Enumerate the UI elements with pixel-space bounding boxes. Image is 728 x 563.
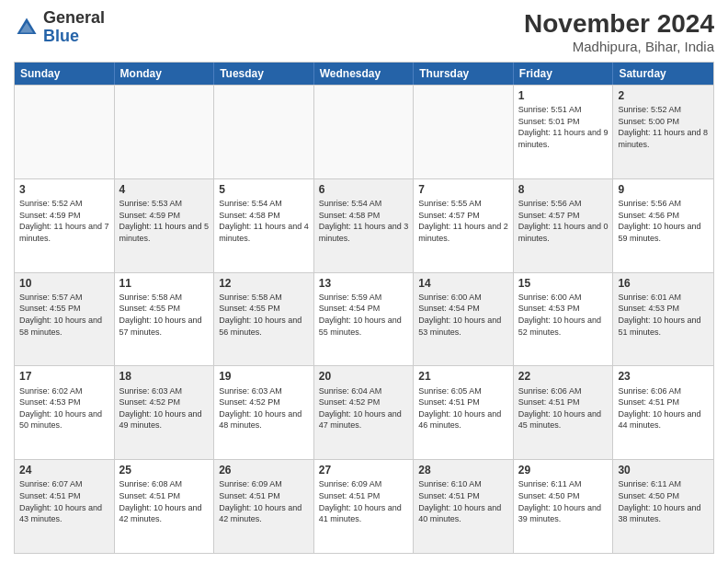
calendar-cell: [314, 86, 415, 178]
cell-date: 10: [19, 276, 109, 291]
col-header-sunday: Sunday: [15, 63, 115, 85]
cell-date: 22: [518, 369, 609, 384]
cell-date: 4: [119, 182, 210, 197]
cell-date: 28: [418, 463, 508, 477]
calendar-body: 1Sunrise: 5:51 AM Sunset: 5:01 PM Daylig…: [15, 85, 713, 553]
page-title: November 2024: [524, 9, 714, 39]
cell-date: 29: [518, 463, 609, 477]
cell-info: Sunrise: 5:57 AM Sunset: 4:55 PM Dayligh…: [19, 292, 109, 338]
cell-info: Sunrise: 6:06 AM Sunset: 4:51 PM Dayligh…: [518, 385, 609, 431]
calendar-cell: 12Sunrise: 5:58 AM Sunset: 4:55 PM Dayli…: [214, 273, 314, 366]
cell-date: 16: [618, 276, 709, 291]
cell-date: 21: [418, 369, 508, 384]
cell-date: 8: [518, 182, 609, 197]
calendar-row-4: 24Sunrise: 6:07 AM Sunset: 4:51 PM Dayli…: [15, 459, 713, 553]
col-header-saturday: Saturday: [613, 63, 713, 85]
header: General Blue November 2024 Madhipura, Bi…: [14, 9, 714, 54]
calendar-cell: 6Sunrise: 5:54 AM Sunset: 4:58 PM Daylig…: [314, 179, 415, 272]
calendar-cell: 21Sunrise: 6:05 AM Sunset: 4:51 PM Dayli…: [414, 366, 514, 459]
calendar-cell: 8Sunrise: 5:56 AM Sunset: 4:57 PM Daylig…: [514, 179, 614, 272]
cell-date: 19: [219, 369, 309, 384]
cell-date: 13: [319, 276, 409, 291]
col-header-friday: Friday: [514, 63, 614, 85]
logo-blue: Blue: [43, 27, 79, 45]
cell-info: Sunrise: 5:54 AM Sunset: 4:58 PM Dayligh…: [219, 198, 309, 244]
logo-text: General Blue: [43, 9, 105, 46]
cell-info: Sunrise: 6:00 AM Sunset: 4:54 PM Dayligh…: [418, 292, 508, 338]
calendar-cell: [414, 86, 514, 178]
calendar-cell: 22Sunrise: 6:06 AM Sunset: 4:51 PM Dayli…: [514, 366, 614, 459]
calendar-cell: [214, 86, 314, 178]
calendar-cell: 11Sunrise: 5:58 AM Sunset: 4:55 PM Dayli…: [115, 273, 215, 366]
calendar-cell: 15Sunrise: 6:00 AM Sunset: 4:53 PM Dayli…: [514, 273, 614, 366]
cell-date: 30: [618, 463, 709, 477]
calendar-cell: 27Sunrise: 6:09 AM Sunset: 4:51 PM Dayli…: [314, 460, 415, 553]
page: General Blue November 2024 Madhipura, Bi…: [0, 0, 728, 563]
cell-info: Sunrise: 6:09 AM Sunset: 4:51 PM Dayligh…: [319, 478, 409, 524]
cell-info: Sunrise: 6:07 AM Sunset: 4:51 PM Dayligh…: [19, 478, 109, 524]
calendar: SundayMondayTuesdayWednesdayThursdayFrid…: [14, 62, 714, 554]
calendar-cell: 26Sunrise: 6:09 AM Sunset: 4:51 PM Dayli…: [214, 460, 314, 553]
cell-date: 6: [319, 182, 409, 197]
calendar-cell: 30Sunrise: 6:11 AM Sunset: 4:50 PM Dayli…: [613, 460, 713, 553]
calendar-cell: [15, 86, 115, 178]
calendar-cell: 25Sunrise: 6:08 AM Sunset: 4:51 PM Dayli…: [115, 460, 215, 553]
cell-date: 15: [518, 276, 609, 291]
calendar-cell: 23Sunrise: 6:06 AM Sunset: 4:51 PM Dayli…: [613, 366, 713, 459]
col-header-wednesday: Wednesday: [314, 63, 415, 85]
cell-date: 27: [319, 463, 409, 477]
cell-date: 24: [19, 463, 109, 477]
calendar-cell: 10Sunrise: 5:57 AM Sunset: 4:55 PM Dayli…: [15, 273, 115, 366]
cell-info: Sunrise: 5:52 AM Sunset: 5:00 PM Dayligh…: [618, 104, 709, 150]
cell-info: Sunrise: 6:10 AM Sunset: 4:51 PM Dayligh…: [418, 478, 508, 524]
calendar-cell: 14Sunrise: 6:00 AM Sunset: 4:54 PM Dayli…: [414, 273, 514, 366]
logo: General Blue: [14, 9, 105, 46]
cell-info: Sunrise: 6:11 AM Sunset: 4:50 PM Dayligh…: [618, 478, 709, 524]
cell-info: Sunrise: 6:11 AM Sunset: 4:50 PM Dayligh…: [518, 478, 609, 524]
cell-date: 5: [219, 182, 309, 197]
cell-info: Sunrise: 6:05 AM Sunset: 4:51 PM Dayligh…: [418, 385, 508, 431]
cell-date: 23: [618, 369, 709, 384]
col-header-tuesday: Tuesday: [214, 63, 314, 85]
calendar-cell: 19Sunrise: 6:03 AM Sunset: 4:52 PM Dayli…: [214, 366, 314, 459]
calendar-cell: 2Sunrise: 5:52 AM Sunset: 5:00 PM Daylig…: [613, 86, 713, 178]
cell-date: 18: [119, 369, 210, 384]
calendar-cell: 16Sunrise: 6:01 AM Sunset: 4:53 PM Dayli…: [613, 273, 713, 366]
calendar-header: SundayMondayTuesdayWednesdayThursdayFrid…: [15, 63, 713, 85]
cell-info: Sunrise: 5:54 AM Sunset: 4:58 PM Dayligh…: [319, 198, 409, 244]
cell-info: Sunrise: 5:56 AM Sunset: 4:56 PM Dayligh…: [618, 198, 709, 244]
calendar-cell: 28Sunrise: 6:10 AM Sunset: 4:51 PM Dayli…: [414, 460, 514, 553]
cell-info: Sunrise: 6:09 AM Sunset: 4:51 PM Dayligh…: [219, 478, 309, 524]
cell-date: 3: [19, 182, 109, 197]
cell-info: Sunrise: 5:51 AM Sunset: 5:01 PM Dayligh…: [518, 104, 609, 150]
cell-info: Sunrise: 5:58 AM Sunset: 4:55 PM Dayligh…: [119, 292, 210, 338]
cell-info: Sunrise: 5:59 AM Sunset: 4:54 PM Dayligh…: [319, 292, 409, 338]
calendar-cell: 1Sunrise: 5:51 AM Sunset: 5:01 PM Daylig…: [514, 86, 614, 178]
cell-info: Sunrise: 5:58 AM Sunset: 4:55 PM Dayligh…: [219, 292, 309, 338]
cell-date: 25: [119, 463, 210, 477]
calendar-cell: 5Sunrise: 5:54 AM Sunset: 4:58 PM Daylig…: [214, 179, 314, 272]
calendar-cell: 4Sunrise: 5:53 AM Sunset: 4:59 PM Daylig…: [115, 179, 215, 272]
cell-date: 26: [219, 463, 309, 477]
cell-date: 12: [219, 276, 309, 291]
cell-info: Sunrise: 6:00 AM Sunset: 4:53 PM Dayligh…: [518, 292, 609, 338]
cell-date: 9: [618, 182, 709, 197]
cell-info: Sunrise: 5:55 AM Sunset: 4:57 PM Dayligh…: [418, 198, 508, 244]
calendar-cell: 3Sunrise: 5:52 AM Sunset: 4:59 PM Daylig…: [15, 179, 115, 272]
cell-info: Sunrise: 5:53 AM Sunset: 4:59 PM Dayligh…: [119, 198, 210, 244]
cell-info: Sunrise: 6:06 AM Sunset: 4:51 PM Dayligh…: [618, 385, 709, 431]
logo-icon: [14, 15, 40, 40]
page-subtitle: Madhipura, Bihar, India: [524, 39, 714, 54]
calendar-cell: 17Sunrise: 6:02 AM Sunset: 4:53 PM Dayli…: [15, 366, 115, 459]
cell-date: 7: [418, 182, 508, 197]
col-header-thursday: Thursday: [414, 63, 514, 85]
cell-date: 11: [119, 276, 210, 291]
cell-date: 14: [418, 276, 508, 291]
cell-date: 1: [518, 88, 609, 103]
calendar-cell: [115, 86, 215, 178]
cell-date: 20: [319, 369, 409, 384]
cell-info: Sunrise: 6:03 AM Sunset: 4:52 PM Dayligh…: [219, 385, 309, 431]
cell-info: Sunrise: 6:01 AM Sunset: 4:53 PM Dayligh…: [618, 292, 709, 338]
calendar-cell: 9Sunrise: 5:56 AM Sunset: 4:56 PM Daylig…: [613, 179, 713, 272]
calendar-row-1: 3Sunrise: 5:52 AM Sunset: 4:59 PM Daylig…: [15, 178, 713, 272]
